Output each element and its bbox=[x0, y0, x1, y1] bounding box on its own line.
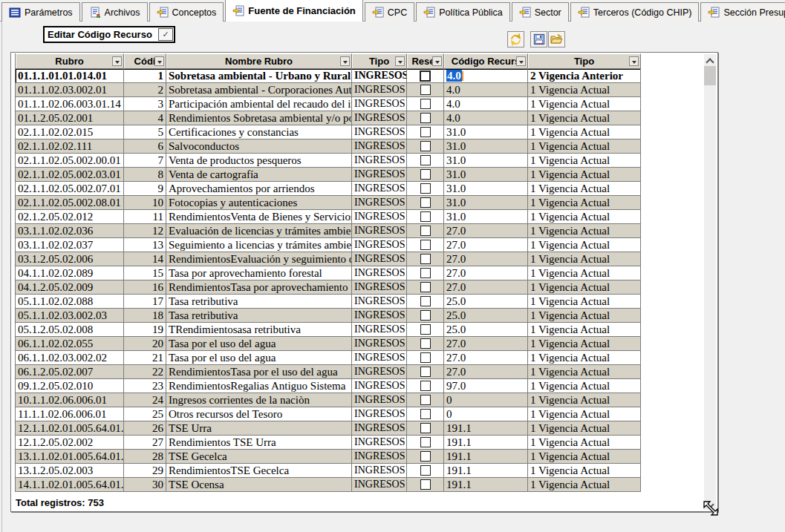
column-filter-button[interactable] bbox=[395, 56, 405, 66]
cell-nombre-rubro[interactable]: TSE Gecelca bbox=[166, 450, 352, 464]
tab-fuente-de-financiaci-n[interactable]: Fuente de Financiación bbox=[225, 0, 362, 22]
reservado-checkbox[interactable] bbox=[420, 409, 431, 419]
cell-reservado[interactable] bbox=[407, 83, 444, 97]
cell-codigo[interactable]: 19 bbox=[124, 323, 166, 337]
cell-reservado[interactable] bbox=[407, 337, 444, 351]
table-row[interactable]: 03.1.2.05.02.006 14 RendimientosEvaluaci… bbox=[15, 252, 641, 266]
cell-rubro[interactable]: 05.1.1.02.03.002.03 bbox=[16, 309, 124, 323]
cell-rubro[interactable]: 04.1.1.02.02.089 bbox=[16, 266, 124, 280]
cell-nombre-rubro[interactable]: Sobretasa ambiental - Urbano y Rural bbox=[166, 69, 352, 83]
column-filter-button[interactable] bbox=[112, 56, 122, 66]
cell-codigo-recurso[interactable]: 191.1 bbox=[444, 436, 528, 450]
cell-vigencia-tipo[interactable]: 1 Vigencia Actual bbox=[528, 323, 641, 337]
cell-codigo[interactable]: 5 bbox=[124, 125, 166, 139]
reservado-checkbox[interactable] bbox=[420, 268, 431, 278]
cell-vigencia-tipo[interactable]: 1 Vigencia Actual bbox=[528, 224, 641, 238]
cell-nombre-rubro[interactable]: Venta de cartografía bbox=[166, 168, 352, 182]
cell-tipo[interactable]: INGRESOS bbox=[352, 407, 407, 421]
cell-codigo[interactable]: 9 bbox=[124, 182, 166, 196]
cell-rubro[interactable]: 02.1.1.02.05.002.03.01 bbox=[16, 168, 124, 182]
cell-codigo[interactable]: 16 bbox=[124, 280, 166, 295]
cell-rubro[interactable]: 14.1.1.02.01.005.64.01.03 bbox=[16, 478, 124, 492]
cell-reservado[interactable] bbox=[407, 323, 444, 337]
reservado-checkbox[interactable] bbox=[420, 310, 431, 321]
cell-tipo[interactable]: INGRESOS bbox=[352, 280, 407, 295]
cell-codigo[interactable]: 7 bbox=[124, 154, 166, 168]
cell-tipo[interactable]: INGRESOS bbox=[352, 210, 407, 224]
reservado-checkbox[interactable] bbox=[420, 85, 431, 95]
open-button[interactable] bbox=[548, 31, 565, 47]
cell-rubro[interactable]: 09.1.2.05.02.010 bbox=[16, 379, 124, 393]
reservado-checkbox[interactable] bbox=[420, 479, 431, 490]
cell-codigo-recurso[interactable]: 27.0 bbox=[444, 238, 528, 252]
cell-tipo[interactable]: INGRESOS bbox=[352, 351, 407, 365]
cell-codigo[interactable]: 22 bbox=[124, 365, 166, 379]
cell-nombre-rubro[interactable]: RendimientosTasa por aprovechamiento for… bbox=[166, 280, 352, 295]
cell-codigo[interactable]: 21 bbox=[124, 351, 166, 365]
cell-vigencia-tipo[interactable]: 1 Vigencia Actual bbox=[528, 450, 641, 464]
reservado-checkbox[interactable] bbox=[420, 451, 431, 462]
cell-codigo[interactable]: 11 bbox=[124, 210, 166, 224]
cell-rubro[interactable]: 05.1.1.02.02.088 bbox=[16, 295, 124, 309]
cell-rubro[interactable]: 06.1.1.02.02.055 bbox=[16, 337, 124, 351]
cell-tipo[interactable]: INGRESOS bbox=[352, 83, 407, 97]
table-row[interactable]: 01.1.1.02.03.002.01 2 Sobretasa ambienta… bbox=[15, 83, 641, 97]
column-filter-button[interactable] bbox=[629, 56, 639, 66]
cell-codigo[interactable]: 23 bbox=[124, 379, 166, 393]
table-row[interactable]: 06.1.1.02.03.002.02 21 Tasa por el uso d… bbox=[15, 351, 641, 365]
cell-vigencia-tipo[interactable]: 2 Vigencia Anterior bbox=[528, 69, 641, 83]
cell-vigencia-tipo[interactable]: 1 Vigencia Actual bbox=[528, 379, 641, 393]
cell-codigo-recurso[interactable]: 27.0 bbox=[444, 351, 528, 365]
cell-codigo-recurso[interactable]: 191.1 bbox=[444, 464, 528, 478]
cell-rubro[interactable]: 03.1.1.02.02.037 bbox=[16, 238, 124, 252]
cell-rubro[interactable]: 01.1.1.01.01.014.01 bbox=[16, 69, 124, 83]
cell-rubro[interactable]: 06.1.2.05.02.007 bbox=[16, 365, 124, 379]
cell-tipo[interactable]: INGRESOS bbox=[352, 309, 407, 323]
table-row[interactable]: 03.1.1.02.02.036 12 Evaluación de licenc… bbox=[15, 224, 641, 238]
reservado-checkbox[interactable] bbox=[420, 70, 431, 82]
cell-reservado[interactable] bbox=[407, 393, 444, 407]
vertical-scrollbar[interactable] bbox=[704, 54, 716, 510]
cell-codigo-recurso[interactable]: 191.1 bbox=[444, 421, 528, 436]
table-row[interactable]: 01.1.1.02.06.003.01.14 3 Participación a… bbox=[15, 97, 641, 111]
cell-tipo[interactable]: INGRESOS bbox=[352, 111, 407, 125]
cell-tipo[interactable]: INGRESOS bbox=[352, 238, 407, 252]
cell-reservado[interactable] bbox=[407, 436, 444, 450]
cell-reservado[interactable] bbox=[407, 196, 444, 210]
cell-rubro[interactable]: 02.1.1.02.05.002.00.01 bbox=[16, 154, 124, 168]
column-filter-button[interactable] bbox=[154, 56, 164, 66]
table-row[interactable]: 02.1.1.02.02.111 6 Salvoconductos INGRES… bbox=[15, 139, 641, 154]
tab-terceros-c-digo-chip-[interactable]: Terceros (Código CHIP) bbox=[570, 2, 700, 22]
cell-codigo-recurso[interactable]: 0 bbox=[444, 407, 528, 421]
cell-reservado[interactable] bbox=[407, 450, 444, 464]
cell-tipo[interactable]: INGRESOS bbox=[352, 125, 407, 139]
table-row[interactable]: 13.1.2.05.02.003 29 RendimientosTSE Gece… bbox=[15, 464, 641, 478]
cell-codigo[interactable]: 24 bbox=[124, 393, 166, 407]
table-row[interactable]: 03.1.1.02.02.037 13 Seguimiento a licenc… bbox=[15, 238, 641, 252]
cell-codigo-recurso[interactable]: 27.0 bbox=[444, 280, 528, 295]
tab-par-metros[interactable]: Parámetros bbox=[1, 2, 80, 22]
table-row[interactable]: 02.1.1.02.05.002.07.01 9 Aprovechamiento… bbox=[15, 182, 641, 196]
cell-codigo-recurso[interactable]: 25.0 bbox=[444, 295, 528, 309]
reservado-checkbox[interactable] bbox=[420, 197, 431, 208]
table-row[interactable]: 01.1.1.01.01.014.01 1 Sobretasa ambienta… bbox=[15, 69, 641, 83]
cell-codigo[interactable]: 27 bbox=[124, 436, 166, 450]
cell-codigo-recurso[interactable]: 31.0 bbox=[444, 196, 528, 210]
cell-nombre-rubro[interactable]: Salvoconductos bbox=[166, 139, 352, 154]
column-filter-button[interactable] bbox=[340, 56, 350, 66]
cell-rubro[interactable]: 12.1.1.02.01.005.64.01.01 bbox=[16, 421, 124, 436]
cell-codigo[interactable]: 12 bbox=[124, 224, 166, 238]
cell-nombre-rubro[interactable]: RendimientosVenta de Bienes y Servicios bbox=[166, 210, 352, 224]
table-row[interactable]: 02.1.1.02.05.002.03.01 8 Venta de cartog… bbox=[15, 168, 641, 182]
cell-tipo[interactable]: INGRESOS bbox=[352, 295, 407, 309]
table-row[interactable]: 14.1.1.02.01.005.64.01.03 30 TSE Ocensa … bbox=[15, 478, 641, 492]
cell-nombre-rubro[interactable]: Otros recursos del Tesoro bbox=[166, 407, 352, 421]
cell-rubro[interactable]: 01.1.1.02.06.003.01.14 bbox=[16, 97, 124, 111]
scrollbar-thumb[interactable] bbox=[704, 66, 716, 85]
cell-codigo-recurso[interactable]: 27.0 bbox=[444, 224, 528, 238]
cell-codigo-recurso[interactable]: 191.1 bbox=[444, 450, 528, 464]
cell-tipo[interactable]: INGRESOS bbox=[352, 393, 407, 407]
cell-reservado[interactable] bbox=[407, 478, 444, 492]
cell-vigencia-tipo[interactable]: 1 Vigencia Actual bbox=[528, 210, 641, 224]
tab-sector[interactable]: Sector bbox=[512, 2, 569, 22]
